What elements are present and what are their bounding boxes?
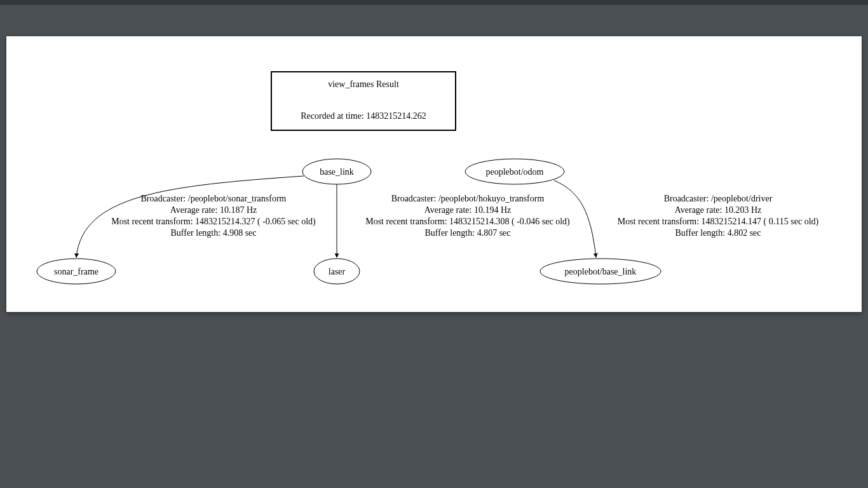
node-laser: laser: [314, 259, 360, 284]
header-title: view_frames Result: [328, 79, 399, 89]
node-sonar-frame: sonar_frame: [37, 259, 116, 284]
edge-driver-buffer: Buffer length: 4.802 sec: [675, 228, 761, 238]
edge-driver-broadcaster: Broadcaster: /peoplebot/driver: [664, 194, 773, 203]
node-base-link-label: base_link: [320, 167, 354, 177]
edge-sonar-broadcaster: Broadcaster: /peoplebot/sonar_transform: [141, 194, 287, 203]
edge-laser-recent: Most recent transform: 1483215214.308 ( …: [365, 217, 570, 227]
edge-laser-rate: Average rate: 10.194 Hz: [424, 205, 512, 215]
edge-sonar-rate: Average rate: 10.187 Hz: [170, 205, 257, 215]
edge-sonar-recent: Most recent transform: 1483215214.327 ( …: [111, 217, 316, 227]
node-peoplebot-odom: peoplebot/odom: [465, 159, 564, 184]
edge-laser-broadcaster: Broadcaster: /peoplebot/hokuyo_transform: [391, 194, 545, 203]
pdf-page: view_frames Result Recorded at time: 148…: [6, 36, 862, 312]
node-peoplebot-base-link: peoplebot/base_link: [540, 259, 661, 284]
edge-base-link-to-laser: Broadcaster: /peoplebot/hokuyo_transform…: [337, 184, 570, 257]
header-box: view_frames Result Recorded at time: 148…: [271, 72, 456, 130]
node-peoplebot-base-link-label: peoplebot/base_link: [565, 267, 637, 276]
edge-driver-recent: Most recent transform: 1483215214.147 ( …: [618, 217, 819, 227]
header-recorded: Recorded at time: 1483215214.262: [301, 111, 426, 121]
edge-driver-rate: Average rate: 10.203 Hz: [675, 205, 762, 215]
node-base-link: base_link: [302, 159, 371, 184]
node-peoplebot-odom-label: peoplebot/odom: [486, 167, 544, 177]
edge-base-link-to-sonar: Broadcaster: /peoplebot/sonar_transform …: [76, 176, 316, 257]
edge-laser-buffer: Buffer length: 4.807 sec: [424, 228, 510, 238]
node-laser-label: laser: [329, 267, 346, 276]
edge-sonar-buffer: Buffer length: 4.908 sec: [170, 228, 256, 238]
edge-odom-to-base-link: Broadcaster: /peoplebot/driver Average r…: [554, 180, 819, 257]
viewer-toolbar: [0, 0, 868, 5]
node-sonar-frame-label: sonar_frame: [54, 267, 98, 276]
